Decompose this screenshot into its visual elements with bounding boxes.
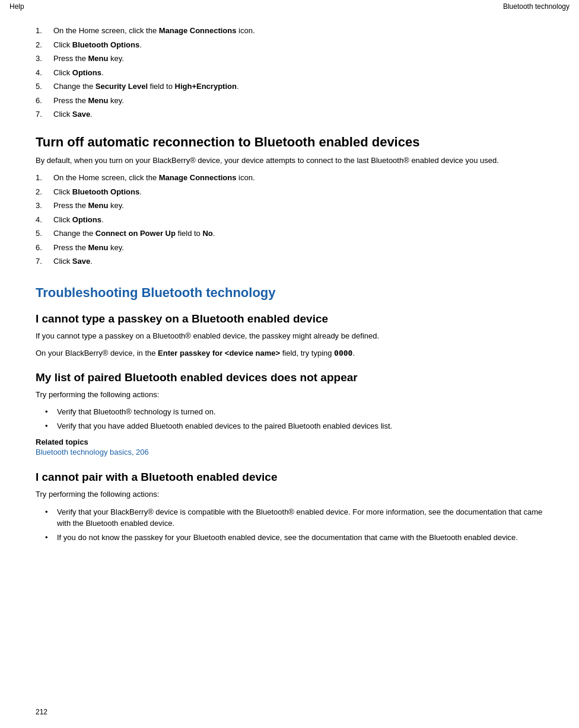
page-footer: 212: [36, 708, 47, 716]
pair-heading: I cannot pair with a Bluetooth enabled d…: [36, 471, 543, 484]
turn-off-step-2: 2. Click Bluetooth Options.: [36, 186, 543, 198]
related-link[interactable]: Bluetooth technology basics, 206: [36, 448, 149, 456]
page-content: 1. On the Home screen, click the Manage …: [0, 13, 579, 573]
turn-off-step-1: 1. On the Home screen, click the Manage …: [36, 172, 543, 184]
turn-off-heading: Turn off automatic reconnection to Bluet…: [36, 135, 543, 150]
paired-devices-heading: My list of paired Bluetooth enabled devi…: [36, 371, 543, 384]
header-right: Bluetooth technology: [503, 2, 570, 11]
page-header: Help Bluetooth technology: [0, 0, 579, 13]
pair-bullets: Verify that your BlackBerry® device is c…: [45, 506, 543, 544]
turn-off-step-6: 6. Press the Menu key.: [36, 242, 543, 254]
paired-devices-intro: Try performing the following actions:: [36, 389, 543, 401]
turn-off-steps-list: 1. On the Home screen, click the Manage …: [36, 172, 543, 267]
pair-intro: Try performing the following actions:: [36, 488, 543, 500]
turn-off-description: By default, when you turn on your BlackB…: [36, 155, 543, 167]
turn-off-step-7: 7. Click Save.: [36, 256, 543, 267]
turn-off-step-4: 4. Click Options.: [36, 214, 543, 226]
step-7: 7. Click Save.: [36, 108, 543, 120]
turn-off-step-5: 5. Change the Connect on Power Up field …: [36, 228, 543, 240]
bullet-item-2: Verify that you have added Bluetooth ena…: [45, 420, 543, 432]
step-6: 6. Press the Menu key.: [36, 95, 543, 107]
first-steps-list: 1. On the Home screen, click the Manage …: [36, 25, 543, 120]
turn-off-step-3: 3. Press the Menu key.: [36, 200, 543, 212]
step-1: 1. On the Home screen, click the Manage …: [36, 25, 543, 37]
pair-bullet-1: Verify that your BlackBerry® device is c…: [45, 506, 543, 529]
step-4: 4. Click Options.: [36, 67, 543, 79]
passkey-desc1: If you cannot type a passkey on a Blueto…: [36, 330, 543, 342]
paired-devices-bullets: Verify that Bluetooth® technology is tur…: [45, 406, 543, 432]
page-number: 212: [36, 708, 47, 716]
header-left: Help: [9, 2, 24, 11]
step-5: 5. Change the Security Level field to Hi…: [36, 81, 543, 92]
step-3: 3. Press the Menu key.: [36, 53, 543, 65]
troubleshoot-heading: Troubleshooting Bluetooth technology: [36, 285, 543, 301]
step-2: 2. Click Bluetooth Options.: [36, 39, 543, 51]
bullet-item-1: Verify that Bluetooth® technology is tur…: [45, 406, 543, 418]
pair-bullet-2: If you do not know the passkey for your …: [45, 532, 543, 544]
passkey-desc2: On your BlackBerry® device, in the Enter…: [36, 347, 543, 359]
passkey-heading: I cannot type a passkey on a Bluetooth e…: [36, 312, 543, 325]
related-topics-label: Related topics: [36, 438, 543, 446]
